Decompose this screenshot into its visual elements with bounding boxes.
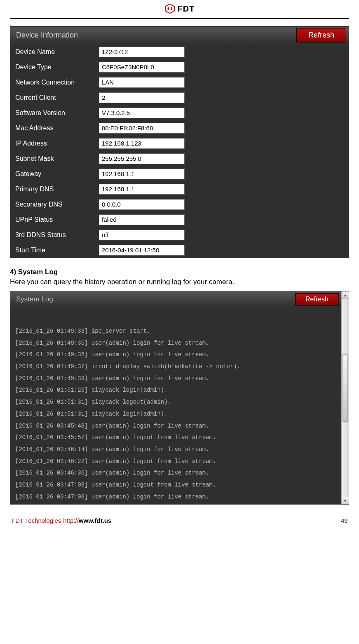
log-line: [2016_01_26 01:49:33] ipc_server start. [15, 325, 336, 337]
info-row: Secondary DNS0.0.0.0 [10, 197, 349, 212]
info-value: V7.3.0.2.5 [99, 108, 185, 118]
info-label: Gateway [10, 170, 99, 178]
svg-rect-2 [171, 7, 172, 10]
info-row: Gateway192.168.1.1 [10, 166, 349, 181]
brand-logo: FDT [164, 3, 195, 14]
info-label: Start Time [10, 247, 99, 254]
info-value: 0.0.0.0 [99, 199, 185, 210]
info-value: 2 [99, 92, 185, 103]
log-line: [2016_01_26 03:45:57] user(admin) logout… [15, 432, 336, 444]
info-row: Subnet Mask255.255.255.0 [10, 151, 349, 166]
info-row: UPnP Statusfailed [10, 212, 349, 227]
info-value: 192.168.1.123 [99, 138, 185, 149]
brand-text: FDT [178, 4, 195, 14]
log-line: [2016_01_26 01:49:39] user(admin) login … [15, 373, 336, 385]
log-panel-title: System Log [16, 295, 53, 303]
info-label: Subnet Mask [10, 155, 99, 162]
log-line: [2016_01_26 03:46:36] user(admin) login … [15, 467, 336, 479]
refresh-button[interactable]: Refresh [296, 28, 346, 42]
scroll-down-icon[interactable]: ▼ [342, 497, 349, 504]
scrollbar[interactable]: ▲ ▼ [341, 291, 349, 504]
section-heading: 4) System Log [10, 268, 349, 276]
info-row: Primary DNS192.168.1.1 [10, 181, 349, 197]
log-line: [2016_01_26 03:46:22] user(admin) logout… [15, 456, 336, 468]
info-label: Software Version [10, 109, 99, 117]
footer-company: FDT Technologies [12, 517, 61, 524]
info-value: 122-9712 [99, 47, 185, 57]
log-line: [2016_01_26 01:51:31] playback login(adm… [15, 408, 336, 420]
info-row: Start Time2016-04-19 01:12:50 [10, 242, 349, 258]
footer-left: FDT Technologies-http://www.fdt.us [12, 517, 111, 524]
info-label: IP Address [10, 140, 99, 147]
page-header: FDT [10, 0, 349, 19]
log-refresh-button[interactable]: Refresh [295, 293, 339, 306]
footer-url-proto: http:// [63, 517, 79, 524]
info-value: 192.168.1.1 [99, 169, 185, 179]
device-info-table: Device Name122-9712Device TypeC6F0SeZ3N0… [10, 44, 349, 258]
log-line: [2016_01_26 01:49:35] user(admin) login … [15, 349, 336, 361]
system-log-panel: System Log Refresh [2016_01_26 01:49:33]… [10, 291, 349, 505]
section-description: Here you can query the history operation… [10, 278, 349, 286]
svg-rect-1 [167, 7, 169, 10]
info-label: Current Client [10, 94, 99, 101]
info-label: 3rd DDNS Status [10, 231, 99, 239]
info-label: Device Name [10, 48, 99, 56]
info-row: Device TypeC6F0SeZ3N0P0L0 [10, 59, 349, 75]
info-label: Device Type [10, 63, 99, 71]
info-label: Network Connection [10, 79, 99, 86]
info-row: 3rd DDNS Statusoff [10, 227, 349, 242]
info-label: UPnP Status [10, 216, 99, 223]
info-row: Network ConnectionLAN [10, 75, 349, 90]
log-line: [2016_01_26 01:51:25] playback login(adm… [15, 384, 336, 396]
log-spacer [10, 307, 341, 325]
info-value: 192.168.1.1 [99, 184, 185, 195]
info-value: 00:E0:F8:02:F8:68 [99, 123, 185, 134]
info-value: off [99, 230, 185, 240]
panel-title: Device Information [16, 31, 78, 40]
scroll-track[interactable] [342, 299, 349, 497]
info-value: C6F0SeZ3N0P0L0 [99, 62, 185, 73]
info-value: LAN [99, 77, 185, 88]
device-information-panel: Device Information Refresh Device Name12… [10, 26, 349, 258]
info-value: failed [99, 214, 185, 225]
info-row: Mac Address00:E0:F8:02:F8:68 [10, 120, 349, 136]
page-number: 49 [341, 517, 347, 524]
page-footer: FDT Technologies-http://www.fdt.us 49 [0, 505, 359, 526]
info-row: Software VersionV7.3.0.2.5 [10, 105, 349, 120]
log-line: [2016_01_26 03:45:48] user(admin) login … [15, 420, 336, 432]
logo-icon [164, 3, 175, 14]
scroll-thumb[interactable] [343, 354, 348, 421]
log-line: [2016_01_26 03:47:08] user(admin) logout… [15, 479, 336, 491]
info-label: Primary DNS [10, 186, 99, 193]
log-line: [2016_01_26 03:47:08] user(admin) login … [15, 491, 336, 503]
info-value: 2016-04-19 01:12:50 [99, 245, 185, 256]
log-line: [2016_01_26 01:49:37] ircut: display swi… [15, 361, 336, 373]
info-row: Device Name122-9712 [10, 44, 349, 59]
log-line: [2016_01_26 01:49:35] user(admin) login … [15, 337, 336, 349]
log-line: [2016_01_26 01:51:31] playback logout(ad… [15, 396, 336, 408]
info-label: Secondary DNS [10, 201, 99, 208]
svg-marker-0 [165, 4, 174, 14]
log-line: [2016_01_26 03:46:14] user(admin) login … [15, 444, 336, 456]
footer-url-rest: www.fdt.us [79, 517, 111, 524]
info-row: IP Address192.168.1.123 [10, 136, 349, 151]
info-row: Current Client2 [10, 90, 349, 105]
info-label: Mac Address [10, 125, 99, 132]
log-panel-header: System Log Refresh [10, 291, 341, 307]
log-body: [2016_01_26 01:49:33] ipc_server start.[… [10, 325, 341, 504]
info-value: 255.255.255.0 [99, 153, 185, 164]
scroll-up-icon[interactable]: ▲ [342, 291, 349, 299]
panel-header: Device Information Refresh [10, 27, 349, 44]
